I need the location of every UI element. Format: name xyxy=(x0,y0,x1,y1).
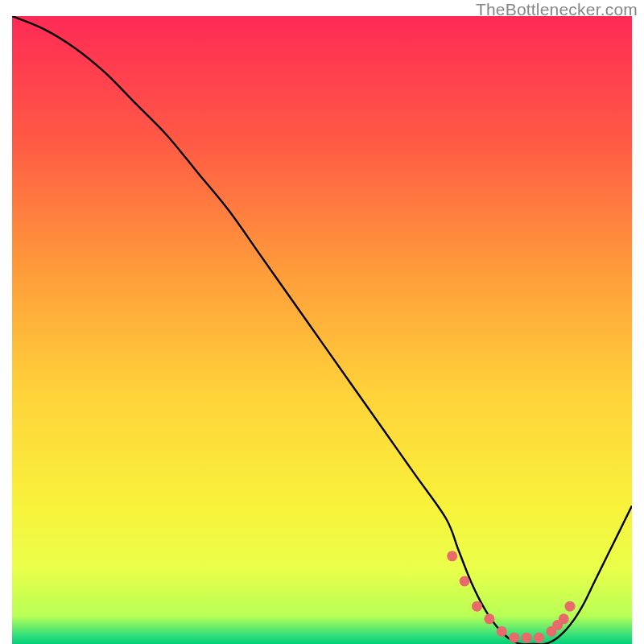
plot-area xyxy=(12,16,632,644)
sweet-spot-dot xyxy=(559,613,569,624)
sweet-spot-dot xyxy=(484,613,494,624)
chart-container: TheBottlenecker.com xyxy=(0,0,644,644)
chart-svg xyxy=(12,16,632,644)
sweet-spot-dot xyxy=(497,626,507,637)
sweet-spot-dot xyxy=(460,576,470,587)
sweet-spot-dot xyxy=(534,633,544,643)
sweet-spot-dot xyxy=(565,601,576,612)
sweet-spot-dot xyxy=(472,601,482,612)
sweet-spot-dot xyxy=(447,551,457,561)
sweet-spot-dot xyxy=(509,633,519,643)
sweet-spot-dot xyxy=(522,633,532,643)
gradient-background xyxy=(12,16,632,644)
